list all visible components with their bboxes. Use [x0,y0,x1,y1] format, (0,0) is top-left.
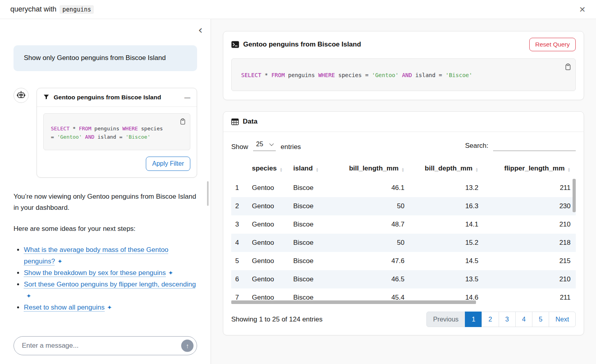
page-button-2[interactable]: 2 [482,312,499,327]
column-header-species[interactable]: species▲▼ [248,161,289,179]
page-button-5[interactable]: 5 [532,312,549,327]
app-title-text: querychat with [10,5,56,14]
table-row: 6GentooBiscoe46.513.5210 [231,270,576,288]
filter-card-title: Gentoo penguins from Biscoe Island [54,94,161,101]
vertical-scrollbar[interactable] [573,179,576,212]
table-cell: 46.5 [330,270,408,288]
sql-query-text: SELECT * FROM penguins WHERE species = '… [51,125,166,141]
dashboard-panel: Gentoo penguins from Biscoe Island Reset… [211,19,596,364]
apply-filter-button[interactable]: Apply Filter [146,157,190,171]
table-cell: 13.2 [408,179,482,197]
querychat-app: querychat with penguins ✕ ‹ Show only Ge… [0,0,596,364]
suggestion-link[interactable]: Reset to show all penguins [24,304,104,311]
response-paragraph-2: Here are some ideas for your next steps: [14,223,197,234]
app-title: querychat with penguins [10,5,94,14]
table-row: 1GentooBiscoe46.113.2211 [231,179,576,197]
suggestion-item: Sort these Gentoo penguins by flipper le… [24,279,197,302]
data-table-wrap: species▲▼island▲▼bill_length_mm▲▼bill_de… [231,161,576,305]
terminal-icon [231,41,239,48]
search-label: Search: [465,142,488,150]
page-button-4[interactable]: 4 [515,312,532,327]
search-input[interactable] [493,141,576,151]
table-cell [575,270,576,288]
query-card-title: Gentoo penguins from Biscoe Island [243,41,361,48]
close-icon[interactable]: ✕ [579,6,586,14]
table-cell: 4 [231,234,248,252]
page-button-previous[interactable]: Previous [426,312,465,327]
suggestion-link[interactable]: Sort these Gentoo penguins by flipper le… [24,281,196,288]
table-cell: Gentoo [248,234,289,252]
apply-filter-row: Apply Filter [43,157,190,171]
sort-icon: ▲▼ [279,168,283,172]
column-header-island[interactable]: island▲▼ [289,161,330,179]
horizontal-scrollbar[interactable] [231,300,476,304]
sort-icon: ▲▼ [475,168,478,172]
assistant-message-row: Gentoo penguins from Biscoe Island — [14,88,197,178]
copy-icon[interactable] [564,62,572,72]
suggestion-item: What is the average body mass of these G… [24,244,197,267]
sparkle-icon: ✦ [168,268,173,278]
sql-code-block-main: SELECT * FROM penguins WHERE species = '… [231,58,576,91]
column-header-flipper_length_mm[interactable]: flipper_length_mm▲▼ [482,161,575,179]
select-caret-icon [269,141,274,146]
filter-card-body: SELECT * FROM penguins WHERE species = '… [37,107,197,178]
entries-label: entries [281,143,301,151]
copy-icon[interactable] [179,117,186,127]
page-size-select[interactable]: 25 [253,140,276,151]
table-row: 4GentooBiscoe5015.2218 [231,234,576,252]
table-cell: 210 [482,215,575,234]
page-length-control: Show 25 entries [231,140,301,151]
filter-card: Gentoo penguins from Biscoe Island — [37,88,197,178]
table-cell: 230 [482,197,575,215]
table-body: 1GentooBiscoe46.113.22112GentooBiscoe501… [231,179,576,305]
filter-card-header: Gentoo penguins from Biscoe Island — [37,88,197,107]
minimize-icon[interactable]: — [184,94,190,101]
table-row: 2GentooBiscoe5016.3230 [231,197,576,215]
assistant-avatar [14,88,29,103]
table-cell: 210 [482,270,575,288]
table-cell: 211 [482,288,575,305]
page-button-next[interactable]: Next [549,312,576,327]
table-cell: 218 [482,234,575,252]
assistant-response-text: You’re now viewing only Gentoo penguins … [14,191,197,313]
table-info: Showing 1 to 25 of 124 entries [231,316,323,323]
sidebar-scrollbar[interactable] [207,181,209,206]
table-cell [575,252,576,270]
column-header-bill_depth_mm[interactable]: bill_depth_mm▲▼ [408,161,482,179]
table-cell: 2 [231,197,248,215]
suggestion-item: Reset to show all penguins✦ [24,302,197,314]
suggestion-link[interactable]: What is the average body mass of these G… [24,246,168,265]
user-message-bubble: Show only Gentoo penguins from Biscoe Is… [14,45,197,71]
table-cell [575,234,576,252]
chat-sidebar: ‹ Show only Gentoo penguins from Biscoe … [0,19,211,364]
column-header-bill_length_mm[interactable]: bill_length_mm▲▼ [330,161,408,179]
sql-code-block: SELECT * FROM penguins WHERE species = '… [43,113,190,151]
data-card-title: Data [243,118,257,126]
dataset-name-chip: penguins [60,5,94,14]
suggestion-list: What is the average body mass of these G… [15,244,197,313]
table-cell: Gentoo [248,270,289,288]
send-message-button[interactable]: ↑ [181,340,194,352]
sparkle-icon: ✦ [57,256,62,267]
filter-funnel-icon [43,94,49,100]
sidebar-collapse-icon[interactable]: ‹ [198,25,203,36]
table-cell: Gentoo [248,179,289,197]
sort-icon: ▲▼ [401,168,404,172]
table-cell: Biscoe [289,197,330,215]
table-cell: Gentoo [248,252,289,270]
suggestion-link[interactable]: Show the breakdown by sex for these peng… [24,269,166,277]
sql-query-text-main: SELECT * FROM penguins WHERE species = '… [241,71,566,79]
data-table: species▲▼island▲▼bill_length_mm▲▼bill_de… [231,161,576,305]
page-button-1[interactable]: 1 [465,312,482,327]
table-cell: 5 [231,252,248,270]
data-card: Data Show 25 entries Searc [223,111,584,335]
page-button-3[interactable]: 3 [499,312,516,327]
table-footer: Showing 1 to 25 of 124 entries Previous1… [231,312,576,327]
table-cell: 50 [330,197,408,215]
pagination: Previous12345Next [426,312,576,327]
chat-message-input[interactable] [14,336,197,355]
query-title-group: Gentoo penguins from Biscoe Island [231,41,361,48]
table-cell [575,215,576,234]
table-cell: 14.1 [408,215,482,234]
reset-query-button[interactable]: Reset Query [529,38,576,51]
